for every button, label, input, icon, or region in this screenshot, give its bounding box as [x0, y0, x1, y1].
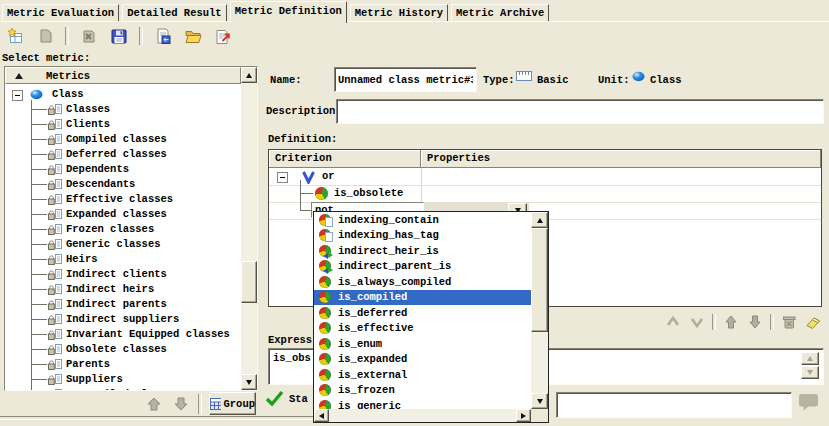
criterion-option[interactable]: is_compiled [314, 290, 531, 306]
open-file-button[interactable] [183, 26, 203, 46]
dropdown-horizontal-scrollbar[interactable] [314, 409, 531, 422]
scroll-up-button[interactable] [531, 212, 548, 228]
save-metric-button[interactable] [109, 26, 129, 46]
metric-tree-item[interactable]: Indirect parents [5, 297, 241, 312]
criterion-row-or[interactable]: or [322, 169, 335, 184]
metric-tree-item[interactable]: Uncompiled classes [5, 387, 241, 390]
new-metric-button[interactable] [5, 26, 25, 46]
scroll-right-button[interactable] [516, 409, 531, 422]
scroll-thumb[interactable] [531, 228, 548, 332]
group-button[interactable]: Group [209, 392, 256, 415]
delete-metric-button[interactable] [79, 26, 99, 46]
scroll-down-button[interactable] [531, 393, 548, 409]
metric-tree-item[interactable]: Compiled classes [5, 132, 241, 147]
criterion-pie-icon [319, 400, 331, 409]
metric-tree-item[interactable]: Classes [5, 102, 241, 117]
locked-metric-icon [47, 373, 63, 386]
criterion-option[interactable]: indexing_has_tag [314, 228, 531, 244]
metric-tree-item[interactable]: Expanded classes [5, 207, 241, 222]
delete-criterion-button[interactable] [780, 313, 798, 331]
metric-tree-item[interactable]: Dependents [5, 162, 241, 177]
copy-metric-button[interactable] [35, 26, 55, 46]
collapse-expander-icon[interactable] [12, 90, 23, 101]
tree-item-label: Invariant Equipped classes [66, 328, 230, 340]
status-field[interactable] [556, 392, 792, 418]
metric-tree-item[interactable]: Parents [5, 357, 241, 372]
tab[interactable]: Metric History [350, 4, 448, 22]
tab[interactable]: Metric Archive [451, 4, 549, 22]
criterion-option[interactable]: is_deferred [314, 305, 531, 321]
toolbar-separator [770, 314, 774, 330]
description-input[interactable] [337, 100, 823, 123]
metric-tree-item[interactable]: Descendants [5, 177, 241, 192]
import-definition-button[interactable] [153, 26, 173, 46]
tab[interactable]: Metric Definition [230, 1, 347, 23]
metric-tree-item[interactable]: Clients [5, 117, 241, 132]
description-field[interactable] [336, 99, 824, 124]
metric-tree-item[interactable]: Invariant Equipped classes [5, 327, 241, 342]
scroll-thumb[interactable] [241, 261, 257, 303]
metric-tree-item[interactable]: Effective classes [5, 192, 241, 207]
metrics-column-header[interactable]: Metrics [5, 67, 241, 84]
properties-column-header[interactable]: Properties [421, 150, 821, 168]
dropdown-vertical-scrollbar[interactable] [531, 212, 548, 409]
or-operator-button[interactable] [688, 313, 706, 331]
scroll-track[interactable] [329, 409, 516, 422]
expression-scroll-up-button[interactable] [801, 352, 819, 365]
toolbar-separator [712, 314, 716, 330]
page-red-arrow-icon [214, 27, 232, 45]
tab[interactable]: Metric Evaluation [2, 4, 119, 22]
criterion-option[interactable]: indirect_heir_is [314, 243, 531, 259]
metric-tree-item[interactable]: Suppliers [5, 372, 241, 387]
metric-tree-item[interactable]: Generic classes [5, 237, 241, 252]
criterion-option-label: is_generic [338, 400, 401, 409]
criterion-option-label: indirect_parent_is [338, 260, 451, 272]
criterion-pie-icon [319, 276, 331, 288]
tree-item-class-unit[interactable]: Class [5, 87, 241, 102]
criterion-option[interactable]: indexing_contain [314, 212, 531, 228]
criterion-option[interactable]: is_expanded [314, 352, 531, 368]
criterion-option[interactable]: is_effective [314, 321, 531, 337]
criterion-option[interactable]: is_frozen [314, 383, 531, 399]
criterion-option[interactable]: is_generic [314, 398, 531, 409]
scroll-up-button[interactable] [241, 67, 257, 83]
criterion-option[interactable]: is_always_compiled [314, 274, 531, 290]
status-label: Sta [289, 392, 308, 406]
criterion-column-header[interactable]: Criterion [269, 150, 421, 168]
criterion-row-is-obsolete[interactable]: is_obsolete [334, 186, 403, 201]
metric-tree-item[interactable]: Obsolete classes [5, 342, 241, 357]
export-metric-button[interactable] [213, 26, 233, 46]
name-input[interactable] [335, 68, 476, 91]
collapse-expander-icon[interactable] [277, 172, 288, 183]
metric-tree-item[interactable]: Frozen classes [5, 222, 241, 237]
erase-definition-button[interactable] [804, 313, 822, 331]
move-criterion-up-button[interactable] [722, 313, 740, 331]
and-operator-button[interactable] [664, 313, 682, 331]
move-criterion-down-button[interactable] [746, 313, 764, 331]
comment-bubble-button[interactable] [797, 392, 821, 412]
expression-label: Express [268, 333, 312, 347]
criterion-pie-icon [319, 291, 331, 303]
tab-divider [0, 21, 829, 22]
select-metric-label: Select metric: [2, 51, 90, 65]
criterion-option[interactable]: is_external [314, 367, 531, 383]
scroll-down-button[interactable] [241, 374, 257, 390]
expression-scroll-down-button[interactable] [801, 366, 819, 379]
up-arrow-icon [146, 396, 162, 412]
metric-tree-item[interactable]: Indirect clients [5, 267, 241, 282]
scroll-left-button[interactable] [314, 409, 329, 422]
green-check-icon [265, 389, 284, 407]
criterion-option[interactable]: indirect_parent_is [314, 259, 531, 275]
metric-tree-item[interactable]: Indirect suppliers [5, 312, 241, 327]
criterion-option[interactable]: is_enum [314, 336, 531, 352]
tree-scrollbar[interactable] [241, 67, 257, 390]
name-field[interactable] [334, 67, 477, 92]
metric-tree-item[interactable]: Heirs [5, 252, 241, 267]
tab-label: Metric Archive [456, 7, 544, 19]
toolbar-separator [139, 27, 143, 45]
metric-tree-item[interactable]: Indirect heirs [5, 282, 241, 297]
move-metric-down-button[interactable] [171, 394, 191, 414]
tab[interactable]: Detailed Result [122, 4, 227, 22]
metric-tree-item[interactable]: Deferred classes [5, 147, 241, 162]
move-metric-up-button[interactable] [144, 394, 164, 414]
